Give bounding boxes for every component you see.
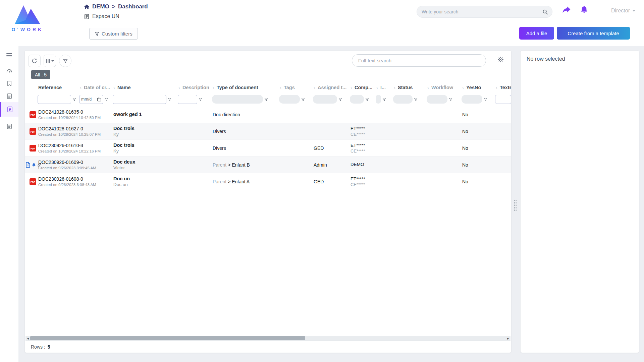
global-search: [417, 6, 552, 18]
column-header-date[interactable]: Date of cr...: [78, 85, 112, 90]
refresh-button[interactable]: [28, 55, 41, 67]
sidebar-item-dashboard[interactable]: [0, 64, 18, 77]
column-header-i[interactable]: I...: [375, 85, 392, 90]
column-header-assigned[interactable]: Assigned t...: [312, 85, 349, 90]
grid-footer: Rows : 5: [25, 341, 511, 353]
create-from-template-button[interactable]: Create from a template: [557, 27, 630, 40]
filter-name-input[interactable]: [113, 95, 166, 104]
app-logo[interactable]: O'WORK: [5, 2, 50, 32]
filter-i-disabled: [376, 95, 381, 104]
sidebar-menu-toggle[interactable]: [0, 49, 18, 62]
filter-company-disabled: [350, 95, 364, 104]
funnel-icon[interactable]: [382, 98, 386, 101]
document-name: Doc trois: [113, 142, 177, 148]
sidebar-item-documents-active[interactable]: [0, 102, 18, 117]
cell-assigned: GED: [312, 179, 349, 184]
sidebar-item-bookmarks[interactable]: [0, 77, 18, 90]
fulltext-search-input[interactable]: [352, 54, 486, 67]
table-row[interactable]: DOC241028-01635-0 Created on 10/28/2024 …: [25, 106, 511, 123]
horizontal-scrollbar[interactable]: ◂ ▸: [25, 336, 511, 341]
breadcrumb-dashboard[interactable]: Dashboard: [118, 3, 148, 10]
funnel-icon[interactable]: [168, 98, 171, 101]
funnel-icon[interactable]: [365, 98, 369, 101]
table-row[interactable]: DOC230926-01610-3 Created on 10/28/2024 …: [25, 140, 511, 157]
sidebar-item-documents-2[interactable]: [0, 120, 18, 133]
custom-filters-label: Custom filters: [102, 31, 132, 37]
date-placeholder: mm/d: [81, 97, 92, 102]
scroll-right-arrow[interactable]: ▸: [506, 336, 511, 341]
funnel-icon[interactable]: [484, 98, 487, 101]
column-header-description[interactable]: Description: [177, 85, 211, 90]
grid-empty-area: [25, 190, 511, 336]
cell-company: ET***** CE*****: [349, 126, 375, 137]
table-row[interactable]: DOC230926-01609-0 Created on 9/26/2023 3…: [25, 157, 511, 173]
alert-bell-icon: [32, 163, 36, 167]
table-row[interactable]: DOC241028-01627-0 Created on 10/28/2024 …: [25, 123, 511, 140]
column-header-name[interactable]: Name: [112, 85, 177, 90]
column-header-tags[interactable]: Tags: [278, 85, 312, 90]
filter-reference-input[interactable]: [38, 95, 71, 104]
document-reference: DOC230926-01609-0: [38, 160, 96, 165]
rows-count: 5: [48, 344, 50, 350]
table-body: DOC241028-01635-0 Created on 10/28/2024 …: [25, 106, 511, 190]
scrollbar-thumb[interactable]: [30, 336, 305, 340]
cell-name: owork ged 1: [112, 112, 177, 118]
document-reference: DOC230926-01608-0: [38, 176, 96, 182]
custom-filters-button[interactable]: Custom filters: [89, 28, 138, 40]
document-subname: Ky: [113, 148, 177, 154]
funnel-icon[interactable]: [449, 98, 452, 101]
column-header-texte[interactable]: Texte: [494, 85, 511, 90]
document-created-timestamp: Created on 10/28/2024 10:22:16 PM: [38, 149, 101, 153]
column-header-workflow[interactable]: Workflow: [426, 85, 461, 90]
caret-down-icon: [632, 10, 636, 12]
panel-resize-handle[interactable]: [514, 200, 517, 212]
workspace-book-icon: [84, 14, 90, 19]
column-header-status[interactable]: Status: [392, 85, 426, 90]
document-name: Doc un: [113, 176, 177, 181]
funnel-icon[interactable]: [105, 98, 108, 101]
journal-icon: [6, 123, 12, 129]
pdf-file-icon: [30, 128, 36, 135]
table-row[interactable]: DOC230926-01608-0 Created on 9/26/2023 3…: [25, 173, 511, 190]
grid-settings-button[interactable]: [497, 56, 505, 63]
document-created-timestamp: Created on 9/26/2023 3:08:43 AM: [38, 183, 96, 187]
cell-name: Doc trois Ky: [112, 142, 177, 154]
filter-description-input[interactable]: [178, 95, 197, 104]
grid-tabs: All : 5: [25, 70, 511, 81]
scroll-left-arrow[interactable]: ◂: [25, 336, 30, 341]
company-line-2: CE*****: [351, 182, 375, 187]
breadcrumb-demo[interactable]: DEMO: [92, 3, 109, 10]
funnel-icon[interactable]: [199, 98, 202, 101]
share-button[interactable]: [562, 6, 571, 14]
cell-company: DEMO: [349, 162, 375, 168]
column-header-type[interactable]: Type of document: [211, 85, 278, 90]
filter-toggle-button[interactable]: [59, 55, 71, 67]
filter-texte-input[interactable]: [495, 95, 511, 104]
column-header-yesno[interactable]: YesNo: [461, 85, 494, 90]
search-icon[interactable]: [542, 9, 548, 15]
funnel-icon[interactable]: [338, 98, 342, 101]
funnel-icon[interactable]: [72, 98, 76, 101]
gear-icon: [497, 56, 504, 63]
detail-panel: No row selected: [520, 50, 639, 353]
document-file-icon: [25, 162, 31, 168]
tab-all-count[interactable]: All : 5: [31, 70, 50, 79]
column-header-reference[interactable]: Reference: [37, 85, 78, 90]
row-file-icons: [26, 162, 38, 168]
filter-date-input[interactable]: mm/d: [79, 95, 103, 104]
notifications-button[interactable]: [580, 5, 588, 14]
user-menu[interactable]: Director: [611, 8, 636, 14]
add-file-button[interactable]: Add a file: [519, 27, 554, 40]
cell-yesno: No: [461, 129, 494, 134]
funnel-icon[interactable]: [264, 98, 268, 101]
global-search-input[interactable]: [417, 9, 542, 14]
funnel-icon[interactable]: [414, 98, 418, 101]
calendar-icon: [97, 97, 101, 102]
funnel-icon[interactable]: [301, 98, 305, 101]
documents-grid-card: All : 5 Reference Date of cr... Name Des…: [24, 50, 512, 353]
cell-company: [349, 114, 375, 115]
column-header-company[interactable]: Comp...: [349, 85, 375, 90]
sidebar-item-documents-1[interactable]: [0, 90, 18, 103]
cell-company: ET***** CE*****: [349, 176, 375, 187]
column-chooser-button[interactable]: [44, 55, 56, 67]
